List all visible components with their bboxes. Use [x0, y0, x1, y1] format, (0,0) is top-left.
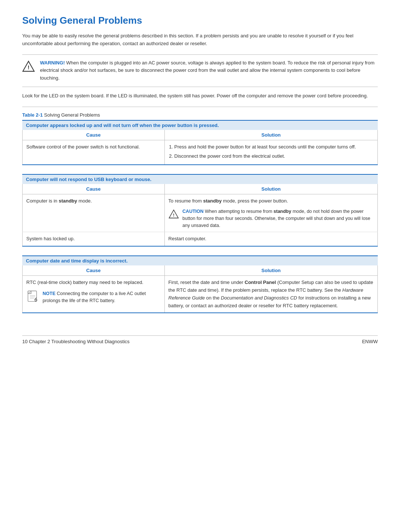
warning-label: WARNING! [40, 60, 65, 66]
problem-table-2: Cause Solution Computer is in standby mo… [22, 184, 378, 247]
caution-body: When attempting to resume from standby m… [183, 209, 370, 228]
table-row: RTC (real-time clock) battery may need t… [23, 276, 378, 313]
warning-icon: ! [22, 60, 35, 73]
intro-paragraph: You may be able to easily resolve the ge… [22, 32, 378, 48]
control-panel-bold: Control Panel [245, 280, 276, 285]
cause-header-1: Cause [23, 130, 165, 140]
note-body-text: Connecting the computer to a live AC out… [43, 291, 146, 303]
solution-standby-text: To resume from standby mode, press the p… [169, 197, 374, 205]
standby-bold-cause: standby [59, 198, 77, 204]
caution-box: ! CAUTION When attempting to resume from… [169, 208, 374, 229]
cause-cell-3-1: RTC (real-time clock) battery may need t… [23, 276, 165, 313]
page-footer: 10 Chapter 2 Troubleshooting Without Dia… [22, 335, 378, 344]
table-row: Computer is in standby mode. To resume f… [23, 194, 378, 232]
solution-header-1: Solution [164, 130, 377, 140]
footer-right: ENWW [362, 339, 378, 344]
solution-cell-2-1: To resume from standby mode, press the p… [164, 194, 377, 232]
footer-left: 10 Chapter 2 Troubleshooting Without Dia… [22, 339, 130, 344]
problem-section-1: Computer appears locked up and will not … [22, 120, 378, 165]
problem-section-3: Computer date and time display is incorr… [22, 255, 378, 313]
problem-header-2: Computer will not respond to USB keyboar… [22, 174, 378, 184]
solution-header-2: Solution [164, 184, 377, 194]
problem-header-3: Computer date and time display is incorr… [22, 255, 378, 265]
cause-cell-1-1: Software control of the power switch is … [23, 140, 165, 165]
solution-header-3: Solution [164, 265, 377, 276]
solution-cell-2-2: Restart computer. [164, 232, 377, 246]
svg-text:!: ! [27, 64, 29, 70]
documentation-italic: Documentation and Diagnostics CD [221, 295, 297, 301]
problem-table-1: Cause Solution Software control of the p… [22, 130, 378, 165]
solution-cell-3-1: First, reset the date and time under Con… [164, 276, 377, 313]
table-number: Table 2-1 [22, 112, 43, 118]
problem-header-1: Computer appears locked up and will not … [22, 120, 378, 130]
note-icon [26, 290, 39, 303]
caution-icon: ! [169, 209, 179, 219]
cause-cell-2-1: Computer is in standby mode. [23, 194, 165, 232]
table-desc-text: Solving General Problems [44, 112, 100, 118]
svg-marker-7 [28, 291, 31, 294]
table-label: Table 2-1 Solving General Problems [22, 112, 378, 118]
cause-cell-2-2: System has locked up. [23, 232, 165, 246]
note-content: NOTE Connecting the computer to a live A… [43, 290, 161, 304]
warning-content: When the computer is plugged into an AC … [40, 60, 374, 81]
note-label: NOTE [43, 291, 56, 296]
solution-cell-1-1: Press and hold the power button for at l… [164, 140, 377, 165]
svg-text:!: ! [173, 213, 174, 217]
warning-text: WARNING! When the computer is plugged in… [40, 59, 378, 82]
page-title: Solving General Problems [22, 15, 378, 26]
divider-1 [22, 107, 378, 107]
problem-table-3: Cause Solution RTC (real-time clock) bat… [22, 265, 378, 313]
rtc-cause-text: RTC (real-time clock) battery may need t… [26, 279, 161, 287]
caution-label: CAUTION [183, 209, 204, 214]
table-row: Software control of the power switch is … [23, 140, 378, 165]
standby-bold-solution: standby [203, 198, 222, 204]
caution-content: CAUTION When attempting to resume from s… [183, 208, 374, 229]
table-row: System has locked up. Restart computer. [23, 232, 378, 246]
solution-list-1: Press and hold the power button for at l… [174, 143, 374, 160]
list-item: Press and hold the power button for at l… [174, 143, 374, 151]
list-item: Disconnect the power cord from the elect… [174, 153, 374, 160]
problem-section-2: Computer will not respond to USB keyboar… [22, 174, 378, 247]
warning-box: ! WARNING! When the computer is plugged … [22, 54, 378, 87]
led-note: Look for the LED on the system board. If… [22, 92, 378, 100]
cause-header-2: Cause [23, 184, 165, 194]
note-box: NOTE Connecting the computer to a live A… [26, 290, 161, 304]
cause-header-3: Cause [23, 265, 165, 276]
